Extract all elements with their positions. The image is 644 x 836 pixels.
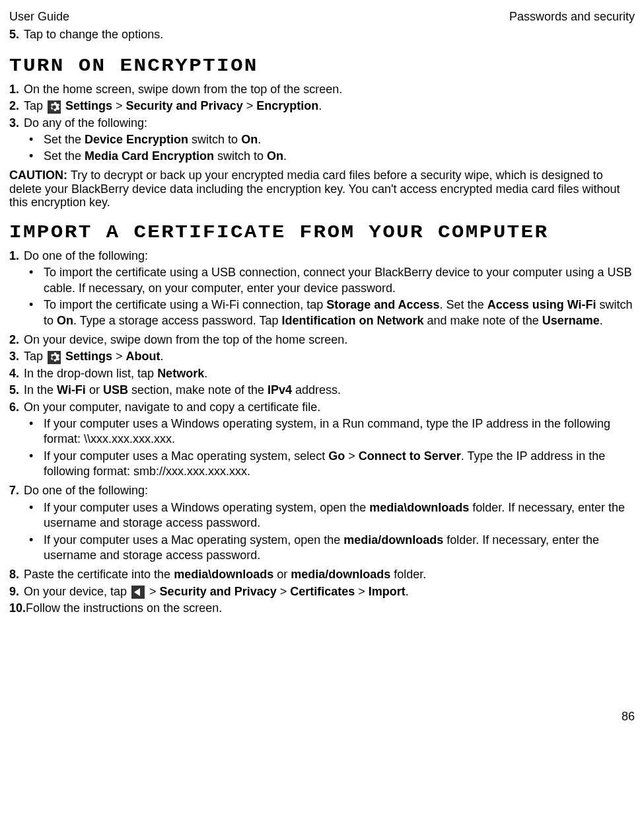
step-number: 3. <box>9 349 24 364</box>
enc-bullets: Set the Device Encryption switch to On. … <box>29 132 635 165</box>
text: . Set the <box>440 298 487 311</box>
bold: media\downloads <box>174 568 273 581</box>
cert-step6-bullets: If your computer uses a Windows operatin… <box>29 416 635 480</box>
bold: Connect to Server <box>359 449 461 463</box>
text: . <box>318 99 322 112</box>
step-number: 1. <box>9 82 24 97</box>
cert-step7-bullets: If your computer uses a Windows operatin… <box>29 500 635 564</box>
bold: Identification on Network <box>282 314 424 327</box>
bold: Security and Privacy <box>160 585 277 598</box>
step-text: In the drop-down list, tap Network. <box>24 366 635 381</box>
bold: Settings <box>65 350 112 363</box>
step-text: On the home screen, swipe down from the … <box>24 82 635 97</box>
step-text: On your computer, navigate to and copy a… <box>24 400 635 415</box>
step-text: Follow the instructions on the screen. <box>26 601 635 616</box>
bold: On <box>241 133 258 146</box>
caution-label: CAUTION: <box>9 169 71 182</box>
bold: On <box>57 314 73 327</box>
text: > <box>112 350 126 363</box>
step-text: Tap to change the options. <box>24 27 635 42</box>
text: To import the certificate using a Wi-Fi … <box>44 298 326 311</box>
list-item: Set the Device Encryption switch to On. <box>29 132 635 147</box>
bold: media/downloads <box>291 568 390 581</box>
text: > <box>146 585 160 598</box>
list-item: If your computer uses a Windows operatin… <box>29 416 635 447</box>
bold: Wi-Fi <box>57 383 86 397</box>
bold: IPv4 <box>268 383 292 397</box>
bold: Network <box>157 367 204 380</box>
cert-step6: 6. On your computer, navigate to and cop… <box>9 400 635 415</box>
step-number: 4. <box>9 366 24 381</box>
step-number: 6. <box>9 400 24 415</box>
list-item: To import the certificate using a USB co… <box>29 265 635 296</box>
bold: On <box>267 149 283 163</box>
bold: Go <box>328 449 345 463</box>
text: switch to <box>214 149 267 163</box>
step-text: On your device, tap > Security and Priva… <box>24 584 635 599</box>
text: If your computer uses a Mac operating sy… <box>44 449 328 463</box>
step-number: 3. <box>9 116 24 131</box>
text: section, make note of the <box>128 383 268 397</box>
step-text: Paste the certificate into the media\dow… <box>24 567 635 582</box>
bold: Media Card Encryption <box>85 149 214 163</box>
step-text: Do any of the following: <box>24 116 635 131</box>
text: On your device, tap <box>24 585 130 598</box>
text: Set the <box>44 133 85 146</box>
cert-step4: 4. In the drop-down list, tap Network. <box>9 366 635 381</box>
bold: Encryption <box>256 99 318 112</box>
list-item: If your computer uses a Windows operatin… <box>29 500 635 531</box>
step-text: Tap Settings > Security and Privacy > En… <box>24 98 635 114</box>
text: . <box>406 585 409 598</box>
cert-step2: 2. On your device, swipe down from the t… <box>9 332 635 348</box>
list-item: Set the Media Card Encryption switch to … <box>29 149 635 164</box>
step-number: 7. <box>9 483 24 498</box>
section-title-encryption: Turn on encryption <box>9 55 644 78</box>
text: In the drop-down list, tap <box>24 367 157 380</box>
bold: About <box>126 350 161 363</box>
text: switch to <box>188 133 241 146</box>
bold: Storage and Access <box>326 298 439 311</box>
step-text: In the Wi-Fi or USB section, make note o… <box>24 383 635 398</box>
text: or <box>273 568 291 581</box>
bold: media\downloads <box>369 501 469 514</box>
text: > <box>277 585 291 598</box>
text: > <box>355 585 369 598</box>
bold: Device Encryption <box>85 133 188 146</box>
cert-step3: 3. Tap Settings > About. <box>9 349 635 364</box>
step-text: Do one of the following: <box>24 483 635 498</box>
text: folder. <box>390 568 426 581</box>
step-text: Tap Settings > About. <box>24 349 635 364</box>
text: . <box>161 350 164 363</box>
step-number: 9. <box>9 584 24 599</box>
text: In the <box>24 383 57 397</box>
intro-step: 5. Tap to change the options. <box>9 27 635 42</box>
bold: media/downloads <box>343 533 443 547</box>
step-text: On your device, swipe down from the top … <box>24 332 635 348</box>
page-number: 86 <box>9 709 635 724</box>
back-icon <box>131 586 145 599</box>
list-item: To import the certificate using a Wi-Fi … <box>29 297 635 328</box>
cert-step1-bullets: To import the certificate using a USB co… <box>29 265 635 328</box>
text: > <box>243 99 257 112</box>
text: or <box>86 383 103 397</box>
text: Tap <box>24 99 46 112</box>
step-number: 2. <box>9 98 24 114</box>
page-header: User Guide Passwords and security <box>9 9 635 24</box>
bold: Import <box>369 585 406 598</box>
bold: Settings <box>65 99 112 112</box>
header-left: User Guide <box>9 9 69 24</box>
gear-icon <box>48 100 61 114</box>
step-number: 1. <box>9 248 24 264</box>
text: and make note of the <box>424 314 542 327</box>
step-number: 2. <box>9 332 24 348</box>
list-item: If your computer uses a Mac operating sy… <box>29 449 635 480</box>
gear-icon <box>48 351 61 364</box>
cert-step1: 1. Do one of the following: <box>9 248 635 264</box>
bold: Security and Privacy <box>126 99 243 112</box>
cert-step10: 10. Follow the instructions on the scree… <box>9 601 635 616</box>
text: Paste the certificate into the <box>24 568 174 581</box>
bold: USB <box>103 383 128 397</box>
text: . <box>258 133 261 146</box>
step-number: 10. <box>9 601 26 616</box>
step-number: 8. <box>9 567 24 582</box>
